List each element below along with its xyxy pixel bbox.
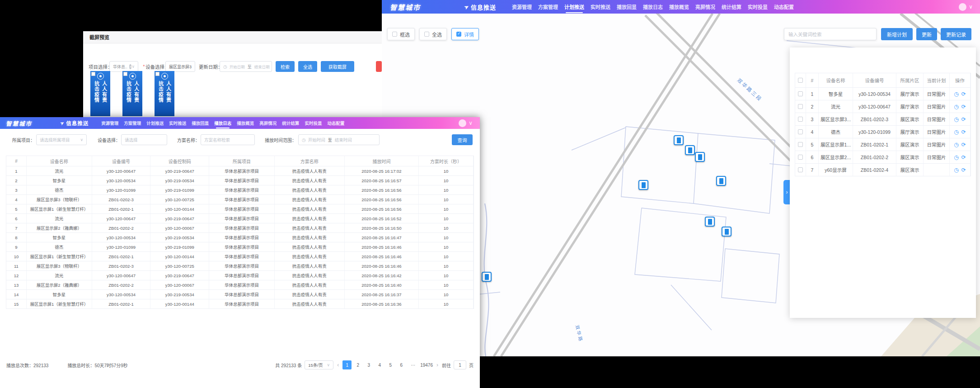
time-range-input[interactable]: ◷ 开始时间 至 结束时间	[298, 134, 380, 145]
row-checkbox[interactable]	[798, 104, 803, 109]
nav-item-方案管理[interactable]: 方案管理	[121, 120, 144, 126]
chevron-down-icon[interactable]: ∨	[969, 5, 973, 9]
next-page-button[interactable]: ›	[436, 362, 439, 368]
page-button-4[interactable]: 4	[375, 360, 384, 369]
toolbar-checkbox-全选[interactable]: 全选	[419, 28, 447, 40]
plan-icon[interactable]: ◷	[954, 104, 958, 109]
capture-thumbnail[interactable]: 抗击疫情人人有责	[90, 71, 110, 116]
capture-thumbnail[interactable]: 抗击疫情人人有责	[155, 71, 174, 116]
search-button[interactable]: 检索	[276, 61, 295, 72]
nav-item-动态配置[interactable]: 动态配置	[771, 3, 797, 10]
page-button-6[interactable]: 6	[397, 360, 406, 369]
refresh-icon[interactable]: ⟳	[961, 104, 966, 109]
device-filter-input[interactable]: 请选择	[121, 134, 167, 145]
query-button[interactable]: 查询	[452, 134, 473, 145]
refresh-icon[interactable]: ⟳	[961, 91, 966, 97]
chevron-down-icon[interactable]: ∨	[469, 121, 473, 125]
device-marker[interactable]	[722, 227, 731, 237]
nav-item-播放概览[interactable]: 播放概览	[666, 3, 692, 10]
refresh-icon[interactable]: ⟳	[961, 167, 966, 173]
plan-icon[interactable]: ◷	[954, 117, 958, 122]
log-row[interactable]: 8智多星y30-120-00534y30-219-00534华体总部演示项目抗击…	[6, 233, 474, 242]
panel-expander[interactable]: ›	[783, 180, 790, 204]
log-row[interactable]: 11展区显示屏3（物联杆）ZB01-0202-3y30-120-00725华体总…	[6, 261, 474, 271]
date-range-input[interactable]: ◷ 开始日期 至 结束日期	[220, 61, 272, 72]
device-row[interactable]: 1智多星y30-120-00534展厅演示日常图片◷⟳	[795, 88, 971, 100]
page-button-3[interactable]: 3	[364, 360, 373, 369]
device-marker[interactable]	[674, 135, 684, 145]
row-checkbox[interactable]	[798, 167, 803, 172]
device-marker[interactable]	[482, 272, 492, 282]
device-row[interactable]: 6展区显示屏2...ZB01-0202-2展区演示日常图片◷⟳	[795, 151, 971, 164]
add-plan-button[interactable]: 新增计划	[881, 28, 913, 40]
log-row[interactable]: 15展区显示屏1（新生智慧灯杆）ZB01-0202-1y30-120-00144…	[6, 299, 474, 309]
row-checkbox[interactable]	[798, 129, 803, 134]
row-checkbox[interactable]	[798, 155, 803, 160]
device-select-input[interactable]: 展区显示屏3	[165, 61, 195, 72]
nav-item-播放日志[interactable]: 播放日志	[640, 3, 666, 10]
log-row[interactable]: 10展区显示屏1（新生智慧灯杆）ZB01-0202-1y30-120-00144…	[6, 252, 474, 261]
toolbar-checkbox-详情[interactable]: 详情	[451, 28, 479, 40]
log-row[interactable]: 9德杰y30-120-01099y30-219-01099华体总部演示项目抗击疫…	[6, 242, 474, 252]
row-checkbox[interactable]	[798, 117, 803, 122]
plan-icon[interactable]: ◷	[954, 167, 958, 173]
prev-page-button[interactable]: ‹	[336, 362, 340, 368]
log-row[interactable]: 7展区显示屏2（雅典娜）ZB01-0202-2y30-120-00067华体总部…	[6, 223, 474, 233]
plan-icon[interactable]: ◷	[954, 129, 958, 135]
refresh-icon[interactable]: ⟳	[961, 117, 966, 122]
log-row[interactable]: 14智多星y30-120-00534y30-219-00534华体总部演示项目抗…	[6, 290, 474, 299]
refresh-icon[interactable]: ⟳	[961, 155, 966, 160]
log-row[interactable]: 1流光y30-120-00647y30-219-00647华体总部演示项目抗击疫…	[6, 166, 474, 176]
nav-item-计划推送[interactable]: 计划推送	[144, 120, 166, 126]
row-checkbox[interactable]	[798, 142, 803, 147]
nav-item-播放概览[interactable]: 播放概览	[234, 120, 257, 126]
device-marker[interactable]	[705, 217, 715, 227]
device-marker[interactable]	[685, 145, 695, 155]
device-marker[interactable]	[638, 180, 648, 190]
refresh-icon[interactable]: ⟳	[961, 142, 966, 147]
get-capture-button[interactable]: 获取截屏	[321, 61, 354, 72]
device-row[interactable]: 4德杰y30-120-01099展厅演示日常图片◷⟳	[795, 126, 971, 138]
thumbnail-checkbox[interactable]	[155, 72, 159, 76]
nav-item-统计结算[interactable]: 统计结算	[718, 3, 745, 10]
log-row[interactable]: 13展区显示屏2（雅典娜）ZB01-0202-2y30-120-00067华体总…	[6, 280, 474, 290]
select-all-checkbox[interactable]	[798, 78, 803, 83]
refresh-icon[interactable]: ⟳	[961, 129, 966, 135]
device-row[interactable]: 3展区显示屏3...ZB01-0202-3展区演示日常图片◷⟳	[795, 113, 971, 126]
device-marker[interactable]	[716, 176, 726, 186]
nav-item-动态配置[interactable]: 动态配置	[324, 120, 347, 126]
plan-icon[interactable]: ◷	[954, 91, 958, 97]
nav-item-统计结算[interactable]: 统计结算	[279, 120, 302, 126]
plan-filter-input[interactable]: 方案名称检索	[201, 134, 255, 145]
page-ellipsis[interactable]: ···	[408, 360, 417, 369]
nav-item-资源管理[interactable]: 资源管理	[509, 3, 535, 10]
update-button[interactable]: 更新	[916, 28, 937, 40]
avatar[interactable]	[959, 3, 966, 11]
nav-item-亮屏情况[interactable]: 亮屏情况	[257, 120, 279, 126]
last-page-button[interactable]: 19476	[420, 360, 433, 369]
log-row[interactable]: 5展区显示屏1（新生智慧灯杆）ZB01-0202-1y30-120-00144华…	[6, 204, 474, 214]
nav-item-播放回显[interactable]: 播放回显	[189, 120, 211, 126]
project-filter-select[interactable]: 请选择所属项目 ∨	[36, 134, 87, 145]
thumbnail-checkbox[interactable]	[91, 72, 95, 76]
log-row[interactable]: 4展区显示屏3（物联杆）ZB01-0202-3y30-120-00725华体总部…	[6, 195, 474, 204]
avatar[interactable]	[459, 119, 466, 127]
nav-item-实时推送[interactable]: 实时推送	[166, 120, 189, 126]
update-records-button[interactable]: 更新记录	[941, 28, 971, 40]
goto-page-input[interactable]	[454, 360, 466, 369]
nav-item-播放回显[interactable]: 播放回显	[614, 3, 640, 10]
plan-icon[interactable]: ◷	[954, 155, 958, 160]
nav-item-计划推送[interactable]: 计划推送	[561, 3, 587, 10]
nav-item-资源管理[interactable]: 资源管理	[98, 120, 121, 126]
nav-item-实时推送[interactable]: 实时推送	[587, 3, 614, 10]
project-select[interactable]: 华体总.. × ∨	[109, 61, 138, 72]
keyword-search-input[interactable]	[784, 28, 877, 40]
nav-item-实时投显[interactable]: 实时投显	[302, 120, 324, 126]
log-row[interactable]: 6流光y30-120-00647y30-219-00647华体总部演示项目抗击疫…	[6, 214, 474, 223]
capture-thumbnail[interactable]: 抗击疫情人人有责	[122, 71, 142, 116]
device-marker[interactable]	[695, 152, 705, 162]
log-row[interactable]: 3德杰y30-120-01099y30-219-01099华体总部演示项目抗击疫…	[6, 185, 474, 195]
page-button-5[interactable]: 5	[386, 360, 395, 369]
log-row[interactable]: 12流光y30-120-00647y30-219-00647华体总部演示项目抗击…	[6, 271, 474, 280]
danger-button[interactable]	[376, 61, 382, 72]
